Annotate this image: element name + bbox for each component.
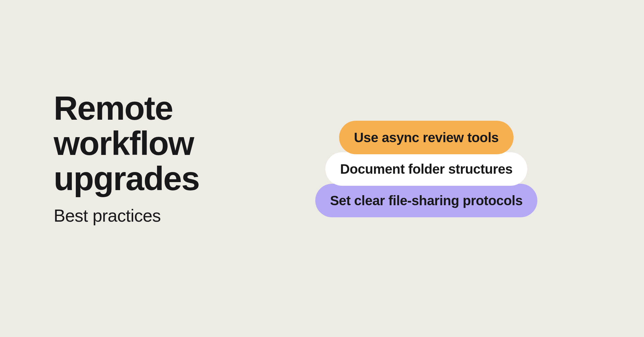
pill-stack: Use async review tools Document folder s… xyxy=(315,121,537,217)
pill-document-structures: Document folder structures xyxy=(325,152,527,186)
pill-file-sharing: Set clear file-sharing protocols xyxy=(315,184,537,217)
pill-label: Use async review tools xyxy=(354,130,498,145)
headline-line-2: workflow xyxy=(54,126,199,161)
headline-line-3: upgrades xyxy=(54,161,199,196)
headline: Remote workflow upgrades xyxy=(54,91,199,196)
left-column: Remote workflow upgrades Best practices xyxy=(54,91,199,226)
pill-label: Set clear file-sharing protocols xyxy=(330,193,523,208)
subtitle: Best practices xyxy=(54,206,199,226)
content-container: Remote workflow upgrades Best practices xyxy=(54,91,199,226)
pill-label: Document folder structures xyxy=(340,162,513,177)
headline-line-1: Remote xyxy=(54,91,199,126)
pill-async-tools: Use async review tools xyxy=(339,121,513,154)
